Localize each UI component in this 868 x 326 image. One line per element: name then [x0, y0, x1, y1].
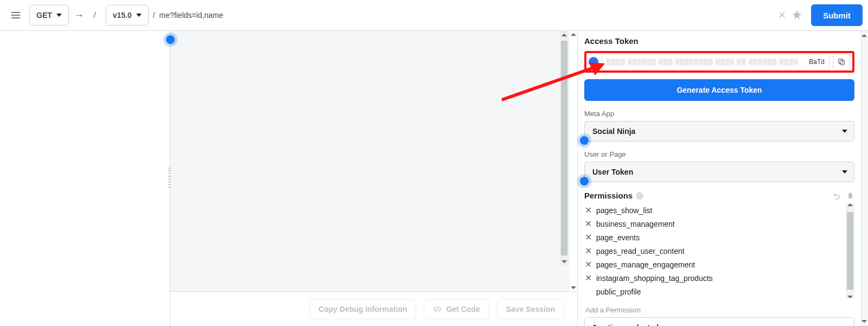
meta-app-select-wrap: Social Ninja	[584, 121, 854, 142]
add-permission-wrap: 6 options selected	[584, 317, 854, 326]
info-icon[interactable]	[636, 192, 643, 200]
body: Copy Debug Information Get Code Save Ses…	[0, 31, 868, 326]
access-token-panel: Access Token ████ ██████ ███ ████████ ██…	[578, 31, 861, 326]
scroll-up-icon[interactable]	[560, 31, 568, 39]
copy-debug-button[interactable]: Copy Debug Information	[309, 299, 416, 319]
trash-icon[interactable]	[846, 191, 854, 200]
permissions-list: ✕pages_show_list✕business_management✕pag…	[584, 203, 844, 298]
favorite-icon[interactable]	[792, 9, 803, 21]
info-icon[interactable]	[589, 57, 598, 67]
meta-app-select[interactable]: Social Ninja	[584, 121, 854, 142]
permission-item: ✕pages_show_list	[584, 203, 844, 217]
permission-name: pages_read_user_content	[596, 247, 685, 255]
token-suffix-text: BaTd	[809, 58, 825, 66]
menu-icon[interactable]	[8, 7, 24, 23]
meta-app-label: Meta App	[584, 110, 854, 118]
save-session-label: Save Session	[506, 305, 555, 314]
permission-name: public_profile	[596, 287, 641, 296]
path-separator: /	[94, 11, 96, 20]
inner-scrollbar[interactable]	[560, 31, 569, 265]
permission-item: ✕instagram_shopping_tag_products	[584, 271, 844, 285]
scroll-down-icon[interactable]	[571, 286, 576, 289]
permission-item-fixed: ✕public_profile	[584, 285, 844, 298]
user-or-page-label: User or Page	[584, 150, 854, 158]
permission-name: pages_show_list	[596, 206, 653, 215]
outer-scrollbar[interactable]	[570, 31, 577, 291]
permission-name: business_management	[596, 220, 675, 228]
submit-button[interactable]: Submit	[811, 4, 863, 26]
scroll-up-icon[interactable]	[861, 34, 867, 37]
svg-rect-3	[839, 59, 843, 63]
path-separator: /	[153, 11, 155, 20]
tour-dot-icon	[580, 136, 589, 145]
get-code-label: Get Code	[446, 305, 480, 314]
access-token-field-highlight: ████ ██████ ███ ████████ ████ ██ ██████ …	[584, 51, 854, 73]
remove-permission-icon[interactable]: ✕	[584, 205, 592, 215]
add-permission-select[interactable]: 6 options selected	[584, 317, 854, 326]
caret-down-icon	[842, 127, 847, 136]
tour-dot-icon	[580, 177, 589, 186]
caret-down-icon	[56, 11, 62, 20]
caret-down-icon	[842, 323, 847, 326]
scroll-up-icon[interactable]	[571, 33, 576, 36]
access-token-input[interactable]: ████ ██████ ███ ████████ ████ ██ ██████ …	[602, 54, 829, 70]
caret-down-icon	[136, 11, 142, 20]
undo-icon[interactable]	[833, 191, 841, 200]
clear-query-icon[interactable]: ✕	[776, 10, 787, 21]
page-scrollbar[interactable]	[861, 31, 868, 326]
scroll-up-icon[interactable]	[847, 203, 853, 206]
user-page-select-wrap: User Token	[584, 162, 854, 182]
arrow-right-icon: →	[74, 10, 84, 21]
scroll-down-icon[interactable]	[560, 258, 568, 265]
response-actions: Copy Debug Information Get Code Save Ses…	[170, 291, 577, 326]
permission-name: pages_manage_engagement	[596, 260, 695, 269]
scroll-down-icon[interactable]	[861, 320, 867, 323]
remove-permission-icon[interactable]: ✕	[584, 219, 592, 229]
http-method-dropdown[interactable]: GET	[29, 5, 69, 25]
http-method-label: GET	[36, 11, 52, 20]
left-gutter	[0, 31, 170, 326]
response-canvas	[170, 31, 577, 291]
remove-permission-icon[interactable]: ✕	[584, 232, 592, 242]
svg-rect-2	[840, 60, 844, 65]
user-page-value: User Token	[592, 168, 633, 176]
topbar: GET → / v15.0 / ✕ Submit	[0, 0, 868, 31]
caret-down-icon	[842, 168, 847, 176]
permissions-scrollbar[interactable]	[846, 203, 854, 298]
permission-name: page_events	[596, 233, 640, 242]
copy-debug-label: Copy Debug Information	[318, 305, 407, 314]
code-icon	[433, 305, 442, 314]
graph-path-input[interactable]	[159, 5, 773, 25]
remove-permission-icon[interactable]: ✕	[584, 246, 592, 256]
permission-item: ✕pages_read_user_content	[584, 244, 844, 258]
add-permission-label: Add a Permission	[585, 306, 854, 314]
scroll-down-icon[interactable]	[847, 296, 853, 298]
api-version-label: v15.0	[113, 11, 132, 20]
remove-permission-icon[interactable]: ✕	[584, 273, 592, 283]
permissions-title: Permissions	[584, 191, 633, 200]
permission-item: ✕pages_manage_engagement	[584, 258, 844, 271]
save-session-button[interactable]: Save Session	[497, 299, 564, 319]
permissions-header: Permissions	[584, 191, 854, 200]
api-version-dropdown[interactable]: v15.0	[106, 5, 149, 25]
access-token-title: Access Token	[584, 36, 854, 46]
permission-item: ✕business_management	[584, 217, 844, 231]
permission-item: ✕page_events	[584, 231, 844, 244]
add-permission-value: 6 options selected	[592, 323, 659, 326]
meta-app-value: Social Ninja	[592, 127, 635, 136]
user-page-select[interactable]: User Token	[584, 162, 854, 182]
copy-icon	[837, 57, 846, 66]
remove-permission-icon[interactable]: ✕	[584, 259, 592, 270]
get-code-button[interactable]: Get Code	[424, 299, 489, 319]
copy-token-button[interactable]	[833, 54, 850, 70]
token-obscured-text: ████ ██████ ███ ████████ ████ ██ ██████ …	[607, 59, 809, 65]
permissions-area: ✕pages_show_list✕business_management✕pag…	[584, 203, 854, 298]
permission-name: instagram_shopping_tag_products	[596, 274, 713, 283]
generate-token-button[interactable]: Generate Access Token	[584, 79, 854, 101]
tour-dot-icon	[166, 35, 175, 44]
response-pane: Copy Debug Information Get Code Save Ses…	[170, 31, 578, 326]
